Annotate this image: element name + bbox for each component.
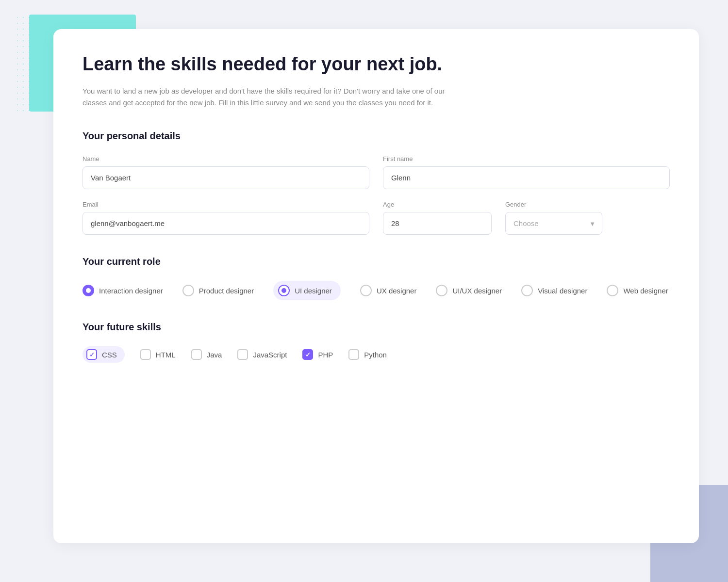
age-label: Age — [383, 201, 492, 208]
radio-visual-designer — [521, 285, 533, 296]
radio-product-designer — [182, 285, 194, 296]
radio-ux-designer — [360, 285, 372, 296]
role-option-interaction-designer[interactable]: Interaction designer — [83, 281, 163, 300]
future-skills-heading: Your future skills — [83, 322, 670, 333]
skill-label-java: Java — [207, 351, 222, 359]
gender-select-wrapper: Choose Male Female Other ▼ — [505, 212, 602, 235]
name-row: Name First name — [83, 155, 670, 189]
current-role-heading: Your current role — [83, 256, 670, 267]
checkmark-php: ✓ — [305, 352, 311, 358]
skill-label-python: Python — [364, 351, 387, 359]
checkbox-python — [348, 349, 359, 360]
first-name-input[interactable] — [383, 166, 670, 189]
email-label: Email — [83, 201, 369, 208]
role-label-uiux-designer: UI/UX designer — [452, 287, 502, 295]
skill-label-php: PHP — [318, 351, 333, 359]
role-label-interaction-designer: Interaction designer — [99, 287, 163, 295]
skills-options-group: ✓ CSS HTML Java JavaScript — [83, 346, 670, 363]
checkbox-php: ✓ — [302, 349, 313, 360]
radio-interaction-designer — [83, 285, 94, 296]
name-input[interactable] — [83, 166, 369, 189]
checkmark-css: ✓ — [89, 352, 95, 358]
checkbox-css: ✓ — [86, 349, 97, 360]
skill-option-css[interactable]: ✓ CSS — [83, 346, 125, 363]
skill-label-javascript: JavaScript — [253, 351, 287, 359]
role-label-ui-designer: UI designer — [295, 287, 332, 295]
gender-select[interactable]: Choose Male Female Other — [505, 212, 602, 235]
first-name-label: First name — [383, 155, 670, 162]
skill-option-java[interactable]: Java — [191, 349, 222, 360]
current-role-section: Your current role Interaction designer P… — [83, 256, 670, 300]
checkbox-java — [191, 349, 202, 360]
page-subtitle: You want to land a new job as developer … — [83, 85, 461, 110]
role-option-visual-designer[interactable]: Visual designer — [521, 281, 587, 300]
radio-uiux-designer — [436, 285, 447, 296]
role-option-uiux-designer[interactable]: UI/UX designer — [436, 281, 502, 300]
gender-label: Gender — [505, 201, 602, 208]
skill-option-html[interactable]: HTML — [140, 349, 176, 360]
age-input[interactable] — [383, 212, 492, 235]
radio-inner-outline — [281, 288, 286, 293]
radio-inner — [86, 288, 91, 293]
page-title: Learn the skills needed for your next jo… — [83, 53, 670, 76]
personal-details-heading: Your personal details — [83, 130, 670, 142]
skill-option-javascript[interactable]: JavaScript — [237, 349, 287, 360]
radio-ui-designer — [278, 285, 290, 296]
role-option-ui-designer[interactable]: UI designer — [273, 281, 341, 300]
skill-option-php[interactable]: ✓ PHP — [302, 349, 333, 360]
skill-label-html: HTML — [156, 351, 176, 359]
checkbox-javascript — [237, 349, 248, 360]
name-label: Name — [83, 155, 369, 162]
role-label-visual-designer: Visual designer — [538, 287, 587, 295]
role-label-product-designer: Product designer — [199, 287, 254, 295]
main-card: Learn the skills needed for your next jo… — [53, 29, 699, 543]
role-label-web-designer: Web designer — [623, 287, 668, 295]
future-skills-section: Your future skills ✓ CSS HTML Java — [83, 322, 670, 363]
skill-label-css: CSS — [102, 351, 117, 359]
name-group: Name — [83, 155, 369, 189]
role-option-product-designer[interactable]: Product designer — [182, 281, 254, 300]
radio-web-designer — [607, 285, 618, 296]
personal-details-section: Your personal details Name First name Em… — [83, 130, 670, 235]
email-row: Email Age Gender Choose Male Female Othe… — [83, 201, 670, 235]
checkbox-html — [140, 349, 151, 360]
role-label-ux-designer: UX designer — [377, 287, 417, 295]
gender-group: Gender Choose Male Female Other ▼ — [505, 201, 602, 235]
age-group: Age — [383, 201, 492, 235]
role-options-group: Interaction designer Product designer UI… — [83, 281, 670, 300]
skill-option-python[interactable]: Python — [348, 349, 387, 360]
role-option-ux-designer[interactable]: UX designer — [360, 281, 417, 300]
first-name-group: First name — [383, 155, 670, 189]
email-input[interactable] — [83, 212, 369, 235]
email-group: Email — [83, 201, 369, 235]
role-option-web-designer[interactable]: Web designer — [607, 281, 668, 300]
